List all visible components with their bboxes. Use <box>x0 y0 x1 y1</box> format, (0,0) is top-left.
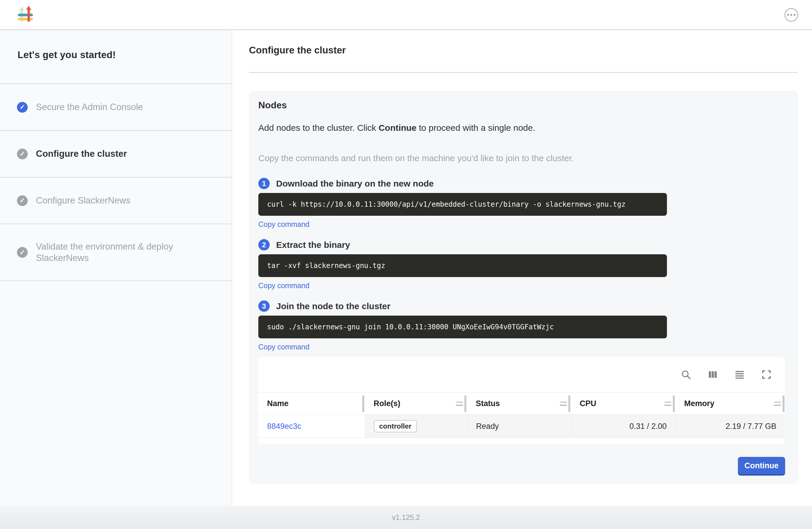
node-name-cell: 8849ec3c <box>258 415 365 438</box>
step-3-title: Join the node to the cluster <box>276 301 391 311</box>
footer: v1.125.2 <box>0 506 812 529</box>
sidebar-item-label: Secure the Admin Console <box>36 102 143 113</box>
node-memory-cell: 2.19 / 7.77 GB <box>676 415 785 438</box>
sidebar-item-secure-admin-console: ✓ Secure the Admin Console <box>0 84 232 131</box>
check-pending-icon: ✓ <box>17 195 28 206</box>
step-3-command-block: sudo ./slackernews-gnu join 10.0.0.11:30… <box>258 316 667 338</box>
fullscreen-icon[interactable] <box>760 369 772 381</box>
step-1-title: Download the binary on the new node <box>276 179 434 189</box>
main-content: Configure the cluster Nodes Add nodes to… <box>232 30 812 506</box>
step-2-number-badge: 2 <box>258 239 270 251</box>
copy-instructions: Copy the commands and run them on the ma… <box>258 153 785 163</box>
step-1-command: curl -k https://10.0.0.11:30000/api/v1/e… <box>267 200 625 209</box>
density-icon[interactable] <box>734 369 745 381</box>
node-status-cell: Ready <box>467 415 571 438</box>
column-header-status[interactable]: Status <box>467 393 571 415</box>
version-label: v1.125.2 <box>392 513 420 522</box>
check-complete-icon: ✓ <box>17 102 28 113</box>
check-pending-icon: ✓ <box>17 148 28 159</box>
table-row: 8849ec3c controller Ready 0.31 / 2.00 2.… <box>258 415 785 438</box>
page: Let's get you started! ✓ Secure the Admi… <box>0 0 812 529</box>
sidebar-item-label: Validate the environment & deploy Slacke… <box>36 241 214 264</box>
column-resize-handle[interactable] <box>783 395 785 412</box>
column-menu-icon[interactable] <box>774 402 781 406</box>
sidebar-item-configure-slackernews: ✓ Configure SlackerNews <box>0 177 232 224</box>
column-header-memory[interactable]: Memory <box>676 393 785 415</box>
step-2-title: Extract the binary <box>276 240 350 250</box>
step-1-number-badge: 1 <box>258 178 270 189</box>
title-divider <box>249 72 798 73</box>
sidebar-item-configure-cluster: ✓ Configure the cluster <box>0 131 232 177</box>
step-2-command: tar -xvf slackernews-gnu.tgz <box>267 261 385 270</box>
step-2-command-block: tar -xvf slackernews-gnu.tgz <box>258 254 667 277</box>
node-cpu-cell: 0.31 / 2.00 <box>571 415 676 438</box>
column-header-cpu[interactable]: CPU <box>571 393 676 415</box>
step-2-copy-command-link[interactable]: Copy command <box>258 282 309 290</box>
body: Let's get you started! ✓ Secure the Admi… <box>0 30 812 506</box>
nodes-table-panel: Name Role(s) Status <box>258 357 785 444</box>
step-3-header: 3 Join the node to the cluster <box>258 300 785 312</box>
sidebar-item-label: Configure SlackerNews <box>36 195 130 206</box>
column-resize-handle[interactable] <box>464 395 466 412</box>
column-resize-handle[interactable] <box>362 395 364 412</box>
column-menu-icon[interactable] <box>456 402 463 406</box>
step-1-command-block: curl -k https://10.0.0.11:30000/api/v1/e… <box>258 193 667 216</box>
table-toolbar <box>258 357 785 392</box>
column-menu-icon[interactable] <box>664 402 671 406</box>
node-name-link[interactable]: 8849ec3c <box>267 422 301 431</box>
nodes-card: Nodes Add nodes to the cluster. Click Co… <box>249 91 798 484</box>
ellipsis-icon <box>787 14 789 16</box>
role-badge: controller <box>374 420 417 432</box>
column-resize-handle[interactable] <box>568 395 570 412</box>
sidebar-item-label: Configure the cluster <box>36 148 127 160</box>
column-header-name[interactable]: Name <box>258 393 365 415</box>
setup-steps-sidebar: Let's get you started! ✓ Secure the Admi… <box>0 30 232 506</box>
table-header-row: Name Role(s) Status <box>258 393 785 415</box>
nodes-data-grid: Name Role(s) Status <box>258 392 785 438</box>
step-3-command: sudo ./slackernews-gnu join 10.0.0.11:30… <box>267 323 554 331</box>
nodes-intro: Add nodes to the cluster. Click Continue… <box>258 123 785 133</box>
step-1-copy-command-link[interactable]: Copy command <box>258 220 309 229</box>
search-icon[interactable] <box>680 369 692 381</box>
overflow-menu-button[interactable] <box>785 8 798 22</box>
columns-icon[interactable] <box>707 369 719 381</box>
continue-button[interactable]: Continue <box>738 457 785 475</box>
slackernews-logo-icon <box>16 6 34 24</box>
column-header-roles[interactable]: Role(s) <box>365 393 467 415</box>
page-title: Configure the cluster <box>249 45 798 56</box>
top-bar <box>0 0 812 30</box>
step-3-copy-command-link[interactable]: Copy command <box>258 343 309 351</box>
step-3-number-badge: 3 <box>258 300 270 312</box>
check-pending-icon: ✓ <box>17 247 28 258</box>
step-1-header: 1 Download the binary on the new node <box>258 178 785 189</box>
column-resize-handle[interactable] <box>673 395 675 412</box>
column-menu-icon[interactable] <box>560 402 567 406</box>
nodes-heading: Nodes <box>258 100 785 111</box>
step-2-header: 2 Extract the binary <box>258 239 785 251</box>
card-actions: Continue <box>258 457 785 475</box>
sidebar-item-validate-deploy: ✓ Validate the environment & deploy Slac… <box>0 224 232 281</box>
continue-emphasis: Continue <box>379 123 417 132</box>
node-role-cell: controller <box>365 415 467 438</box>
sidebar-title: Let's get you started! <box>0 30 232 84</box>
